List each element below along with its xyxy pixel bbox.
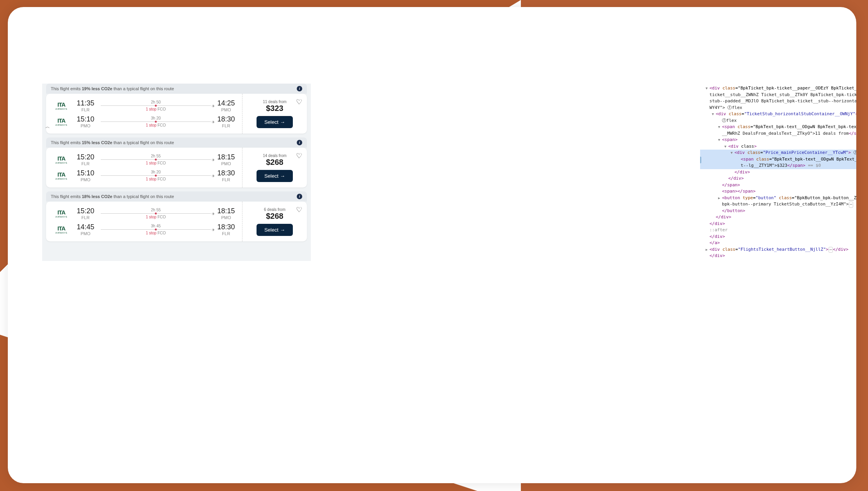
arrival-time: 18:15 PMO xyxy=(216,207,236,220)
arrow-right-icon: → xyxy=(280,119,285,125)
devtools-line[interactable]: __MWRhZ DealsFrom_dealsText__ZTkyO">11 d… xyxy=(700,130,856,137)
devtools-line[interactable]: </div> xyxy=(700,221,856,227)
devtools-line[interactable]: ▼<div class="Price_mainPriceContainer__Y… xyxy=(700,150,856,156)
route-diagram: 2h 55 ✈ 1 stop FCO xyxy=(101,154,211,165)
devtools-line[interactable]: ▼<div class> xyxy=(700,143,856,150)
arrow-right-icon: → xyxy=(280,173,285,179)
devtools-line[interactable]: <span></span> xyxy=(700,188,856,195)
co2-banner: This flight emits 15% less CO2e than a t… xyxy=(46,137,307,148)
devtools-line[interactable]: ▼<span class="BpkText_bpk-text__ODgwN Bp… xyxy=(700,124,856,130)
devtools-line[interactable]: ▼<div class="TicketStub_horizontalStubCo… xyxy=(700,111,856,118)
info-icon[interactable]: i xyxy=(297,86,302,91)
arrival-time: 18:30 FLR xyxy=(216,115,236,128)
devtools-line[interactable]: ::after xyxy=(700,227,856,234)
devtools-panel[interactable]: … ▼<div class="BpkTicket_bpk-ticket__pap… xyxy=(700,84,856,261)
route-diagram: 3h 45 ✈ 1 stop FCO xyxy=(101,224,211,235)
info-icon[interactable]: i xyxy=(297,194,302,199)
flight-card[interactable]: ITA AIRWAYS 11:35 FLR 2h 50 ✈ 1 stop FCO… xyxy=(46,94,307,134)
arrival-time: 18:30 FLR xyxy=(216,223,236,236)
deals-from-text: 14 deals from xyxy=(263,154,287,158)
devtools-line[interactable]: ▶<div class="FlightsTicket_heartButton__… xyxy=(700,246,856,253)
plane-icon: ✈ xyxy=(212,157,215,162)
airline-logo: ITA AIRWAYS xyxy=(52,101,70,110)
route-diagram: 2h 50 ✈ 1 stop FCO xyxy=(101,100,211,111)
price-text: $268 xyxy=(266,212,283,221)
price-block: ♡ 6 deals from $268 Select → xyxy=(242,202,307,241)
deals-from-text: 11 deals from xyxy=(263,100,287,104)
flight-card[interactable]: ITA AIRWAYS 15:20 FLR 2h 55 ✈ 1 stop FCO… xyxy=(46,148,307,187)
devtools-line[interactable]: ⓕflex xyxy=(700,118,856,124)
route-diagram: 2h 55 ✈ 1 stop FCO xyxy=(101,208,211,219)
devtools-line[interactable]: </div> xyxy=(700,234,856,240)
co2-banner: This flight emits 18% less CO2e than a t… xyxy=(46,191,307,202)
devtools-line[interactable]: </button> xyxy=(700,208,856,214)
flight-leg: ITA AIRWAYS 14:45 PMO 3h 45 ✈ 1 stop FCO… xyxy=(52,221,236,237)
devtools-line[interactable]: </a> xyxy=(700,240,856,246)
departure-time: 15:20 FLR xyxy=(76,207,95,220)
route-diagram: 3h 20 ✈ 1 stop FCO xyxy=(101,170,211,181)
arrow-right-icon: → xyxy=(280,227,285,233)
co2-banner: This flight emits 19% less CO2e than a t… xyxy=(46,84,307,94)
devtools-line[interactable]: ▶<button type="button" class="BpkButton_… xyxy=(700,195,856,202)
devtools-line[interactable]: <span class="BpkText_bpk-text__ODgwN Bpk… xyxy=(700,156,856,163)
expand-arrow-icon[interactable]: ▼ xyxy=(724,144,728,150)
flight-results-panel: This flight emits 19% less CO2e than a t… xyxy=(42,84,311,261)
price-text: $323 xyxy=(266,104,283,113)
expand-arrow-icon[interactable]: ▼ xyxy=(718,137,722,143)
devtools-line[interactable]: </span> xyxy=(700,182,856,189)
devtools-line[interactable]: ticket__stub__ZWNhZ Ticket_stub__ZTk0Y B… xyxy=(700,92,856,98)
expand-arrow-icon[interactable]: ▼ xyxy=(712,112,716,117)
heart-icon[interactable]: ♡ xyxy=(296,98,302,106)
flight-leg: ITA AIRWAYS 15:10 PMO 3h 20 ✈ 1 stop FCO… xyxy=(52,168,236,184)
plane-icon: ✈ xyxy=(212,104,215,108)
devtools-line[interactable]: ▼<span> xyxy=(700,137,856,143)
plane-icon: ✈ xyxy=(212,211,215,216)
chevron-up-icon[interactable]: ︿ xyxy=(45,123,50,130)
plane-icon: ✈ xyxy=(212,227,215,232)
flight-leg: ITA AIRWAYS 15:20 FLR 2h 55 ✈ 1 stop FCO… xyxy=(52,152,236,168)
flight-card[interactable]: ITA AIRWAYS 15:20 FLR 2h 55 ✈ 1 stop FCO… xyxy=(46,202,307,241)
airline-logo: ITA AIRWAYS xyxy=(52,117,70,126)
devtools-line[interactable]: </div> xyxy=(700,214,856,221)
main-card: ︿ This flight emits 19% less CO2e than a… xyxy=(8,7,856,483)
airline-logo: ITA AIRWAYS xyxy=(52,155,70,164)
departure-time: 11:35 FLR xyxy=(76,99,95,112)
heart-icon[interactable]: ♡ xyxy=(296,152,302,160)
price-text: $268 xyxy=(266,158,283,167)
devtools-line[interactable]: WY4Y"> ⓕflex xyxy=(700,105,856,111)
select-button[interactable]: Select → xyxy=(257,170,293,182)
expand-arrow-icon[interactable]: ▼ xyxy=(718,125,722,130)
devtools-line[interactable]: stub--padded__MDJlO BpkTicket_bpk-ticket… xyxy=(700,98,856,105)
devtools-line[interactable]: ▼<div class="BpkTicket_bpk-ticket__paper… xyxy=(700,85,856,92)
route-diagram: 3h 20 ✈ 1 stop FCO xyxy=(101,116,211,127)
heart-icon[interactable]: ♡ xyxy=(296,205,302,214)
expand-arrow-icon[interactable]: ▼ xyxy=(706,86,709,91)
departure-time: 15:20 FLR xyxy=(76,153,95,166)
select-button[interactable]: Select → xyxy=(257,224,293,236)
price-block: ♡ 11 deals from $323 Select → xyxy=(242,94,307,134)
info-icon[interactable]: i xyxy=(297,140,302,145)
select-button[interactable]: Select → xyxy=(257,116,293,128)
departure-time: 14:45 PMO xyxy=(76,223,95,236)
expand-arrow-icon[interactable]: ▶ xyxy=(706,247,709,253)
price-block: ♡ 14 deals from $268 Select → xyxy=(242,148,307,187)
devtools-line[interactable]: bpk-button--primary TicketStub_ctaButton… xyxy=(700,201,856,208)
deals-from-text: 6 deals from xyxy=(264,207,285,212)
arrival-time: 14:25 PMO xyxy=(216,99,236,112)
flight-leg: ITA AIRWAYS 11:35 FLR 2h 50 ✈ 1 stop FCO… xyxy=(52,98,236,114)
flight-leg: ITA AIRWAYS 15:10 PMO 3h 20 ✈ 1 stop FCO… xyxy=(52,114,236,130)
plane-icon: ✈ xyxy=(212,173,215,178)
airline-logo: ITA AIRWAYS xyxy=(52,209,70,218)
arrival-time: 18:15 PMO xyxy=(216,153,236,166)
devtools-line[interactable]: </div> xyxy=(700,253,856,259)
expand-arrow-icon[interactable]: ▼ xyxy=(731,150,734,156)
airline-logo: ITA AIRWAYS xyxy=(52,225,70,234)
flight-leg: ITA AIRWAYS 15:20 FLR 2h 55 ✈ 1 stop FCO… xyxy=(52,205,236,221)
devtools-line[interactable]: t--lg__ZTY1M">$323</span> == $0 xyxy=(700,162,856,169)
expand-arrow-icon[interactable]: ▶ xyxy=(718,196,722,201)
devtools-badge: … xyxy=(700,157,701,163)
devtools-line[interactable]: </div> xyxy=(700,175,856,182)
departure-time: 15:10 PMO xyxy=(76,115,95,128)
airline-logo: ITA AIRWAYS xyxy=(52,171,70,180)
devtools-line[interactable]: </div> xyxy=(700,169,856,176)
